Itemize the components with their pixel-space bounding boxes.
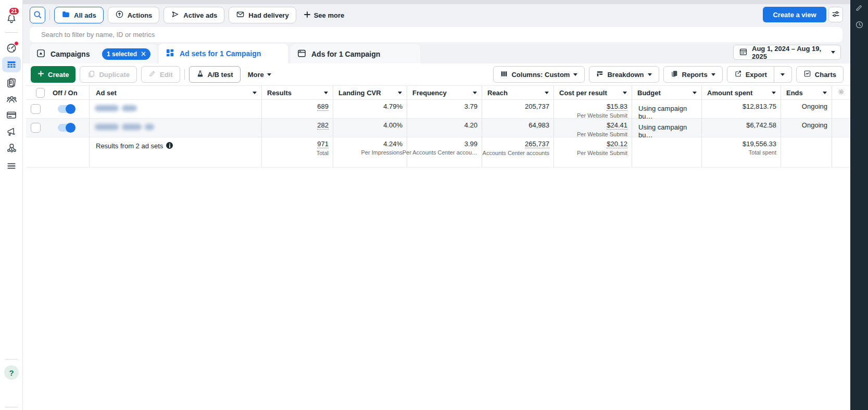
search-input[interactable] (30, 27, 842, 42)
col-header-ad-set[interactable]: Ad set (90, 86, 262, 100)
tab-ad-sets[interactable]: Ad sets for 1 Campaign (159, 44, 288, 63)
charts-button[interactable]: Charts (796, 66, 844, 83)
summary-results-value[interactable]: 971 (317, 140, 329, 148)
landing-cvr-sort-caret-icon (398, 92, 402, 94)
clock-history-icon[interactable] (854, 20, 864, 29)
info-icon[interactable] (166, 142, 173, 149)
filter-active-ads[interactable]: Active ads (163, 7, 224, 23)
col-header-cost-per-result[interactable]: Cost per result (554, 86, 632, 100)
sidebar-divider-bottom (5, 359, 18, 360)
main-area: All ads Actions Active ads (23, 0, 850, 410)
create-a-view-button[interactable]: Create a view (763, 7, 826, 22)
cost-per-result-header-label: Cost per result (559, 89, 607, 97)
export-button[interactable]: Export (727, 66, 774, 83)
tab-campaigns[interactable]: Campaigns 1 selected (30, 44, 157, 63)
summary-cost-cell: $20.12 Per Website Submit (554, 137, 632, 168)
row1-results-value[interactable]: 689 (317, 102, 329, 111)
row2-results-value[interactable]: 282 (317, 121, 329, 130)
see-more-button[interactable]: See more (300, 11, 348, 20)
search-button[interactable] (30, 7, 45, 23)
more-label: More (248, 71, 264, 79)
ad-set-sort-caret-icon (253, 92, 257, 94)
tab-ads[interactable]: Ads for 1 Campaign (291, 44, 420, 63)
reach-header-label: Reach (487, 89, 508, 97)
row2-landing-cvr-value: 4.00% (383, 121, 402, 129)
sidebar-item-audiences[interactable] (0, 92, 23, 107)
row1-landing-cvr-cell: 4.79% (333, 100, 407, 119)
row1-gear-cell (832, 100, 850, 119)
row2-cost-sub-label: Per Website Submit (577, 131, 627, 137)
sidebar-item-campaigns-active[interactable] (0, 57, 23, 72)
col-header-ends[interactable]: Ends (781, 86, 832, 100)
sidebar-item-business-assets[interactable] (0, 140, 23, 155)
summary-cost-value[interactable]: $20.12 (607, 140, 627, 148)
frequency-header-label: Frequency (412, 89, 447, 97)
row1-status-toggle[interactable] (58, 105, 75, 113)
col-header-frequency[interactable]: Frequency (407, 86, 482, 100)
row1-ad-set-name[interactable] (90, 100, 262, 119)
sidebar-item-billing[interactable] (0, 108, 23, 122)
create-button[interactable]: Create (31, 66, 76, 83)
row1-checkbox[interactable] (31, 104, 41, 114)
columns-button[interactable]: Columns: Custom (493, 66, 585, 83)
campaigns-tab-icon (36, 48, 46, 60)
row2-checkbox[interactable] (31, 123, 41, 133)
duplicate-button[interactable]: Duplicate (80, 66, 137, 83)
col-header-results[interactable]: Results (262, 86, 333, 100)
people-icon (6, 94, 18, 106)
edit-button[interactable]: Edit (141, 66, 180, 83)
clear-selection-icon[interactable] (141, 50, 146, 58)
reports-label: Reports (682, 71, 708, 79)
right-rail (850, 0, 868, 410)
hamburger-menu-icon (6, 160, 17, 172)
summary-reach-value[interactable]: 265,737 (525, 140, 549, 148)
filter-all-ads[interactable]: All ads (54, 7, 104, 23)
col-header-landing-cvr[interactable]: Landing CVR (333, 86, 407, 100)
results-sort-caret-icon (324, 92, 328, 94)
row1-frequency-value: 3.79 (464, 102, 477, 110)
help-button[interactable]: ? (4, 365, 19, 380)
row1-cost-value[interactable]: $15.83 (607, 102, 627, 111)
filter-had-delivery[interactable]: Had delivery (229, 7, 296, 23)
sidebar-item-advertising[interactable] (0, 124, 23, 139)
overview-alert-dot (14, 41, 19, 46)
more-caret-icon (267, 73, 271, 76)
reports-caret-icon (711, 73, 715, 76)
ab-test-button[interactable]: A/B test (189, 66, 241, 83)
filter-had-delivery-label: Had delivery (248, 11, 288, 19)
breakdown-caret-icon (648, 73, 652, 76)
edit-pencil-icon[interactable] (854, 3, 864, 12)
row1-budget-value: Using campaign bu… (638, 105, 697, 120)
row2-ad-set-name[interactable] (90, 119, 262, 137)
col-header-reach[interactable]: Reach (482, 86, 554, 100)
row2-cost-value[interactable]: $24.41 (607, 121, 627, 130)
row1-ends-value: Ongoing (802, 102, 827, 110)
selected-count-label: 1 selected (107, 50, 137, 58)
columns-caret-icon (573, 73, 577, 76)
export-split-button: Export (727, 66, 792, 83)
row2-status-toggle[interactable] (58, 124, 75, 132)
summary-label-cell: Results from 2 ad sets (90, 137, 262, 168)
columns-icon (500, 70, 508, 79)
reports-button[interactable]: Reports (663, 66, 723, 83)
sidebar-item-account-overview[interactable] (0, 41, 23, 55)
col-header-budget[interactable]: Budget (632, 86, 702, 100)
header-select-all (26, 86, 49, 100)
sidebar-divider-footer (5, 407, 18, 407)
sidebar-item-all-tools[interactable] (0, 159, 23, 173)
col-header-amount-spent[interactable]: Amount spent (702, 86, 781, 100)
selected-filter-pill[interactable]: 1 selected (102, 48, 150, 60)
tab-ad-sets-label: Ad sets for 1 Campaign (180, 49, 261, 58)
select-all-checkbox[interactable] (36, 88, 45, 98)
date-range-picker[interactable]: Aug 1, 2024 – Aug 19, 2025 (733, 45, 841, 60)
column-settings-button[interactable] (832, 86, 850, 100)
more-button[interactable]: More (245, 71, 274, 79)
export-caret-button[interactable] (774, 66, 792, 83)
breakdown-button[interactable]: Breakdown (589, 66, 659, 83)
cost-sort-caret-icon (623, 92, 627, 94)
charts-label: Charts (815, 71, 836, 79)
filter-actions[interactable]: Actions (108, 7, 160, 23)
view-settings-button[interactable] (828, 7, 843, 22)
tab-ads-label: Ads for 1 Campaign (311, 50, 380, 58)
sidebar-item-ads-reporting[interactable] (0, 75, 23, 90)
